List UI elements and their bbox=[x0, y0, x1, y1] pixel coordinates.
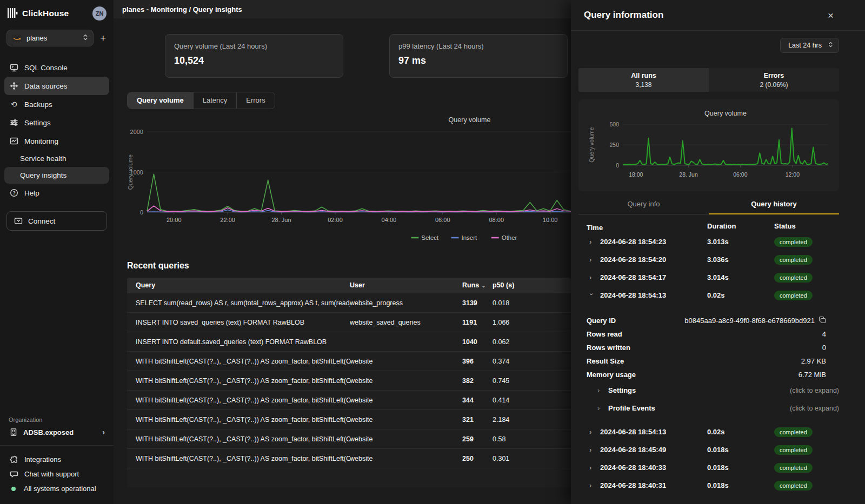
service-name: planes bbox=[26, 34, 47, 42]
sidebar-item-chat-support[interactable]: Chat with support bbox=[4, 467, 109, 481]
history-row[interactable]: ›2024-06-28 18:54:233.013scompleted bbox=[578, 233, 839, 251]
restore-clock-icon: ⟲ bbox=[9, 100, 18, 108]
table-row[interactable]: INSERT INTO saved_queries (text) FORMAT … bbox=[127, 312, 571, 332]
cell-time: ›2024-06-28 18:54:17 bbox=[578, 273, 707, 281]
status-label: All systems operational bbox=[24, 485, 96, 493]
history-row[interactable]: ›2024-06-28 18:54:130.02scompleted bbox=[578, 286, 839, 304]
cell-user: website bbox=[350, 435, 462, 443]
sort-desc-icon: ⌄ bbox=[481, 283, 485, 288]
chat-bubble-icon bbox=[9, 470, 18, 479]
chevron-right-icon[interactable]: › bbox=[589, 273, 594, 281]
table-row[interactable]: WITH bitShiftLeft(CAST(?..), _CAST(?..))… bbox=[127, 351, 571, 371]
cell-duration: 0.018s bbox=[707, 446, 774, 454]
service-selector[interactable]: planes bbox=[6, 30, 94, 46]
history-row[interactable]: ›2024-06-28 18:40:330.018scompleted bbox=[578, 459, 839, 476]
sidebar-subitem-label: Service health bbox=[20, 154, 66, 163]
sidebar-item-query-insights[interactable]: Query insights bbox=[4, 167, 109, 184]
chevron-down-icon[interactable]: › bbox=[588, 293, 596, 298]
svg-text:Query volume: Query volume bbox=[449, 116, 491, 124]
tab-query-volume[interactable]: Query volume bbox=[128, 92, 193, 109]
aws-icon bbox=[12, 35, 22, 42]
close-icon[interactable]: × bbox=[828, 10, 834, 21]
cell-runs: 344 bbox=[462, 397, 493, 404]
cell-user: website bbox=[350, 397, 462, 404]
detail-expander[interactable]: ›Profile Events(click to expand) bbox=[578, 399, 839, 417]
table-row[interactable]: INSERT INTO default.saved_queries (text)… bbox=[127, 332, 571, 351]
chevron-right-icon[interactable]: › bbox=[589, 481, 594, 489]
sidebar-item-backups[interactable]: ⟲ Backups bbox=[4, 95, 109, 113]
terminal-icon bbox=[9, 63, 18, 72]
history-row[interactable]: ›2024-06-28 18:45:490.018scompleted bbox=[578, 441, 839, 459]
tab-query-info[interactable]: Query info bbox=[578, 200, 709, 214]
cell-runs: 1191 bbox=[462, 319, 493, 326]
sidebar-item-data-sources[interactable]: Data sources bbox=[4, 77, 109, 95]
table-row[interactable]: WITH bitShiftLeft(CAST(?..), _CAST(?..))… bbox=[127, 409, 571, 429]
table-row[interactable]: WITH bitShiftLeft(CAST(?..), _CAST(?..))… bbox=[127, 448, 571, 468]
sidebar-item-label: Settings bbox=[24, 119, 51, 127]
metric-title: p99 latency (Last 24 hours) bbox=[398, 42, 558, 50]
status-badge: completed bbox=[774, 445, 813, 455]
system-status-item[interactable]: All systems operational bbox=[4, 481, 109, 496]
time-value: 2024-06-28 18:54:20 bbox=[600, 256, 666, 264]
chevron-right-icon[interactable]: › bbox=[589, 463, 594, 472]
cell-runs: 250 bbox=[462, 455, 493, 462]
tab-query-history[interactable]: Query history bbox=[709, 200, 839, 214]
chevron-right-icon[interactable]: › bbox=[589, 428, 594, 436]
query-volume-mini-chart: 025050018:0028. Jun06:0012:00Query volum… bbox=[585, 100, 833, 189]
sidebar-item-sql-console[interactable]: SQL Console bbox=[4, 58, 109, 77]
organization-switcher[interactable]: ADSB.exposed › bbox=[0, 428, 114, 445]
chevron-right-icon[interactable]: › bbox=[589, 256, 594, 264]
detail-expander[interactable]: ›Settings(click to expand) bbox=[578, 381, 839, 399]
copy-icon[interactable] bbox=[819, 316, 826, 325]
sidebar-item-monitoring[interactable]: Monitoring bbox=[4, 132, 109, 150]
tab-errors[interactable]: Errors bbox=[236, 92, 274, 109]
metric-cards: Query volume (Last 24 hours) 10,524 p99 … bbox=[165, 34, 571, 78]
cell-status: completed bbox=[774, 445, 839, 455]
table-row[interactable]: SELECT sum(read_rows) AS r, sum(total_ro… bbox=[127, 293, 571, 312]
select-updown-icon bbox=[83, 33, 88, 43]
status-dot-icon bbox=[11, 487, 16, 491]
connect-button[interactable]: Connect bbox=[6, 211, 107, 231]
cell-duration: 3.013s bbox=[707, 238, 774, 246]
svg-text:04:00: 04:00 bbox=[382, 217, 397, 223]
user-avatar[interactable]: ZN bbox=[92, 6, 107, 21]
cell-query: WITH bitShiftLeft(CAST(?..), _CAST(?..))… bbox=[127, 455, 350, 462]
history-row[interactable]: ›2024-06-28 18:54:173.014scompleted bbox=[578, 268, 839, 286]
sidebar-item-help[interactable]: ? Help bbox=[4, 184, 109, 202]
cell-status: completed bbox=[774, 481, 839, 490]
cell-query: INSERT INTO saved_queries (text) FORMAT … bbox=[127, 319, 350, 326]
add-service-button[interactable]: + bbox=[100, 33, 106, 43]
table-row[interactable]: WITH bitShiftLeft(CAST(?..), _CAST(?..))… bbox=[127, 429, 571, 448]
segment-value: 2 (0.06%) bbox=[760, 81, 788, 89]
sidebar-item-settings[interactable]: Settings bbox=[4, 113, 109, 132]
main-chart-clip: 01000200020:0022:0028. Jun02:0004:0006:0… bbox=[127, 112, 571, 246]
column-query[interactable]: Query bbox=[127, 281, 350, 289]
cell-time: ›2024-06-28 18:54:20 bbox=[578, 256, 707, 264]
chevron-right-icon[interactable]: › bbox=[589, 238, 594, 246]
detail-row: Query IDb0845aa9-a8c9-49f0-8f68-e678669b… bbox=[578, 314, 839, 327]
mini-chart-card: 025050018:0028. Jun06:0012:00Query volum… bbox=[578, 99, 839, 191]
history-row[interactable]: ›2024-06-28 18:40:310.018scompleted bbox=[578, 476, 839, 494]
column-user[interactable]: User bbox=[350, 281, 462, 289]
svg-text:Other: Other bbox=[502, 234, 517, 241]
table-row[interactable]: WITH bitShiftLeft(CAST(?..), _CAST(?..))… bbox=[127, 390, 571, 409]
query-volume-metric-card: Query volume (Last 24 hours) 10,524 bbox=[165, 34, 343, 78]
time-range-select[interactable]: Last 24 hrs bbox=[780, 38, 839, 53]
cell-p50: 0.414 bbox=[493, 397, 571, 404]
history-row[interactable]: ›2024-06-28 18:54:130.02scompleted bbox=[578, 423, 839, 441]
detail-value: 6.72 MiB bbox=[799, 371, 839, 379]
tab-latency[interactable]: Latency bbox=[193, 92, 237, 109]
column-runs[interactable]: Runs⌄ bbox=[462, 281, 493, 289]
sidebar-item-integrations[interactable]: Integrations bbox=[4, 452, 109, 467]
sidebar-item-service-health[interactable]: Service health bbox=[4, 150, 109, 167]
cell-query: INSERT INTO default.saved_queries (text)… bbox=[127, 338, 350, 346]
column-p50[interactable]: p50 (s) bbox=[493, 281, 571, 289]
chevron-right-icon[interactable]: › bbox=[589, 446, 594, 454]
cell-time: ›2024-06-28 18:54:13 bbox=[578, 291, 707, 299]
cell-runs: 259 bbox=[462, 435, 493, 443]
table-row[interactable]: WITH bitShiftLeft(CAST(?..), _CAST(?..))… bbox=[127, 371, 571, 390]
segment-errors[interactable]: Errors 2 (0.06%) bbox=[709, 68, 839, 92]
segment-all-runs[interactable]: All runs 3,138 bbox=[578, 68, 709, 92]
query-volume-main-chart: 01000200020:0022:0028. Jun02:0004:0006:0… bbox=[127, 112, 571, 245]
history-row[interactable]: ›2024-06-28 18:54:203.036scompleted bbox=[578, 251, 839, 268]
